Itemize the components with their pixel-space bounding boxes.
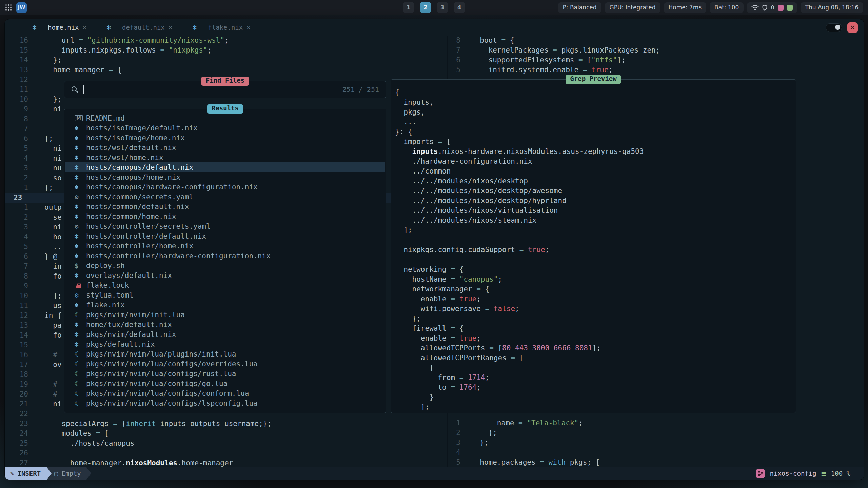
result-item[interactable]: hosts/isoImage/home.nix xyxy=(65,133,385,143)
result-item[interactable]: flake.lock xyxy=(65,280,385,290)
result-item[interactable]: hosts/controller/home.nix xyxy=(65,241,385,251)
workspace-1[interactable]: 1 xyxy=(403,2,414,13)
tab-close-icon[interactable] xyxy=(169,24,172,31)
right-pane-bottom[interactable]: 1 name = "Tela-black";2 };3 };45 home.pa… xyxy=(448,418,864,467)
tab-flake.nix[interactable]: flake.nix xyxy=(182,19,260,36)
system-tray[interactable]: 0 xyxy=(747,2,797,13)
result-item[interactable]: stylua.toml xyxy=(65,290,385,300)
result-filename: hosts/common/default.nix xyxy=(86,203,189,211)
result-item[interactable]: flake.nix xyxy=(65,300,385,310)
result-filename: stylua.toml xyxy=(86,291,133,299)
result-item[interactable]: pkgs/nvim/nvim/lua/configs/go.lua xyxy=(65,379,385,388)
line-number: 25 xyxy=(5,439,28,448)
line-number: 11 xyxy=(5,301,28,311)
nix-icon xyxy=(193,23,204,32)
result-item[interactable]: hosts/isoImage/default.nix xyxy=(65,123,385,133)
battery-module[interactable]: Bat: 100 xyxy=(710,2,744,13)
clock-module[interactable]: Thu Aug 08, 18:16 xyxy=(801,2,863,13)
shield-icon[interactable] xyxy=(762,5,767,11)
code-line[interactable]: 27 home-manager.nixosModules.home-manage… xyxy=(5,458,447,467)
line-number: 5 xyxy=(5,144,28,154)
tab-label: default.nix xyxy=(122,24,165,31)
workspace-3[interactable]: 3 xyxy=(437,2,448,13)
result-item[interactable]: pkgs/nvim/nvim/lua/configs/conform.lua xyxy=(65,388,385,398)
result-filename: hosts/wsl/default.nix xyxy=(86,144,176,152)
result-item[interactable]: pkgs/nvim/nvim/lua/configs/rust.lua xyxy=(65,369,385,379)
result-filename: hosts/canopus/home.nix xyxy=(86,173,180,181)
preview-line: ../../modules/nixos/steam.nix xyxy=(395,216,794,225)
power-profile-module[interactable]: P: Balanced xyxy=(558,2,601,13)
code-line[interactable]: 14 }; xyxy=(5,55,447,65)
result-item[interactable]: pkgs/nvim/nvim/lua/plugins/init.lua xyxy=(65,349,385,359)
tab-close-icon[interactable] xyxy=(83,24,86,31)
tab-home.nix[interactable]: home.nix xyxy=(22,19,97,36)
result-item[interactable]: pkgs/nvim/nvim/lua/configs/lspconfig.lua xyxy=(65,398,385,408)
code-line[interactable]: 2 }; xyxy=(448,428,864,438)
result-item[interactable]: pkgs/nvim/nvim/init.lua xyxy=(65,310,385,320)
result-item[interactable]: hosts/controller/secrets.yaml xyxy=(65,221,385,231)
window-close-button[interactable] xyxy=(847,22,858,33)
workspace-4[interactable]: 4 xyxy=(454,2,465,13)
result-item[interactable]: hosts/controller/hardware-configuration.… xyxy=(65,251,385,261)
results-list[interactable]: README.mdhosts/isoImage/default.nixhosts… xyxy=(65,113,385,410)
result-item[interactable]: pkgs/nvim/nvim/lua/configs/overrides.lua xyxy=(65,359,385,369)
green-swatch-icon[interactable] xyxy=(787,5,793,11)
results-title: Results xyxy=(207,104,243,114)
toggle-switch[interactable] xyxy=(826,23,842,32)
result-item[interactable]: hosts/common/default.nix xyxy=(65,202,385,211)
line-number: 4 xyxy=(5,154,28,163)
code-line[interactable]: 3 }; xyxy=(448,438,864,448)
result-item[interactable]: deploy.sh xyxy=(65,261,385,270)
code-line[interactable]: 13 home-manager = { xyxy=(5,65,447,75)
tab-default.nix[interactable]: default.nix xyxy=(97,19,182,36)
result-item[interactable]: README.md xyxy=(65,113,385,123)
code-line[interactable]: 4 xyxy=(448,448,864,458)
gpu-module[interactable]: GPU: Integrated xyxy=(605,2,660,13)
preview-line: { xyxy=(395,88,794,98)
code-line[interactable]: 5 initrd.systemd.enable = true; xyxy=(448,65,864,75)
result-item[interactable]: hosts/canopus/home.nix xyxy=(65,172,385,182)
result-item[interactable]: hosts/wsl/default.nix xyxy=(65,143,385,152)
result-item[interactable]: home/tux/default.nix xyxy=(65,320,385,329)
code-line[interactable]: 16 url = "github:nix-community/nixos-wsl… xyxy=(5,36,447,45)
right-pane-top[interactable]: 8 boot = {7 kernelPackages = pkgs.linuxP… xyxy=(448,36,864,75)
workspace-2[interactable]: 2 xyxy=(420,2,431,13)
code-line[interactable]: 25 ./hosts/canopus xyxy=(5,439,447,448)
app-launcher-icon[interactable] xyxy=(5,4,12,11)
code-line[interactable]: 26 xyxy=(5,448,447,458)
nix-file-icon xyxy=(75,321,86,329)
result-item[interactable]: overlays/default.nix xyxy=(65,270,385,280)
preview-line: enable = true; xyxy=(395,333,794,343)
result-item[interactable]: pkgs/nvim/default.nix xyxy=(65,329,385,339)
code-line[interactable]: 24 modules = [ xyxy=(5,429,447,439)
logo-badge[interactable]: JW xyxy=(16,2,27,13)
find-files-prompt[interactable]: Find Files 251 / 251 xyxy=(64,81,386,98)
result-item[interactable]: hosts/common/home.nix xyxy=(65,211,385,221)
lua-file-icon xyxy=(75,360,86,368)
wifi-icon[interactable] xyxy=(751,5,759,11)
ping-module[interactable]: Home: 7ms xyxy=(664,2,707,13)
editor-window: home.nixdefault.nixflake.nix 16 url = "g… xyxy=(4,19,864,480)
git-branch-icon[interactable] xyxy=(756,469,765,478)
result-item[interactable]: hosts/controller/default.nix xyxy=(65,231,385,241)
pink-swatch-icon[interactable] xyxy=(778,5,784,11)
code-line[interactable]: 6 supportedFilesystems = ["ntfs"]; xyxy=(448,55,864,65)
code-line[interactable]: 23 specialArgs = {inherit inputs outputs… xyxy=(5,419,447,429)
result-item[interactable]: hosts/common/secrets.yaml xyxy=(65,192,385,202)
result-item[interactable]: hosts/canopus/hardware-configuration.nix xyxy=(65,182,385,192)
line-number: 21 xyxy=(5,399,28,409)
result-item[interactable]: hosts/canopus/default.nix xyxy=(65,162,385,172)
code-line[interactable]: 5 home.packages = with pkgs; [ xyxy=(448,458,864,467)
result-item[interactable]: hosts/wsl/home.nix xyxy=(65,152,385,162)
code-line[interactable]: 8 boot = { xyxy=(448,36,864,45)
line-number: 5 xyxy=(448,65,460,75)
code-line[interactable]: 15 inputs.nixpkgs.follows = "nixpkgs"; xyxy=(5,45,447,55)
preview-line: allowedTCPPortRanges = [ xyxy=(395,353,794,363)
preview-line: ./hardware-configuration.nix xyxy=(395,157,794,166)
code-line[interactable]: 1 name = "Tela-black"; xyxy=(448,418,864,428)
nix-file-icon xyxy=(75,271,86,280)
tab-close-icon[interactable] xyxy=(246,24,250,31)
code-line[interactable]: 7 kernelPackages = pkgs.linuxPackages_ze… xyxy=(448,45,864,55)
preview-line: ../../modules/nixos/desktop/awesome xyxy=(395,186,794,196)
result-item[interactable]: pkgs/default.nix xyxy=(65,339,385,349)
